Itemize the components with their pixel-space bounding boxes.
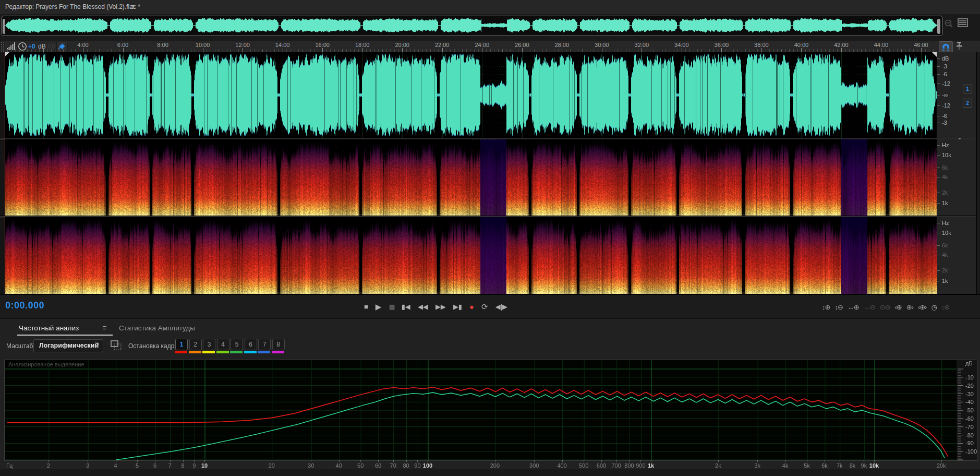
overview-waveform-canvas[interactable] — [5, 17, 937, 33]
svg-text:-50: -50 — [965, 407, 974, 413]
hz-scale-label: 2k — [942, 267, 948, 273]
frame-hold-button-8[interactable]: 8 — [272, 339, 285, 350]
hz-scale-label: 6k — [942, 242, 948, 248]
scale-label: Масштаб: — [6, 342, 35, 350]
freq-axis-label: 7k — [832, 462, 847, 469]
loop-playback-button[interactable]: ⟳ — [481, 301, 488, 313]
frame-hold-button-1[interactable]: 1 — [175, 339, 188, 350]
zoom-vertical-alt-button[interactable]: ↕⊕ — [941, 303, 949, 311]
hz-scale-tick — [937, 203, 940, 204]
zoom-in-vertical-button[interactable]: ↕⊕ — [822, 303, 830, 311]
frame-hold-button-2[interactable]: 2 — [189, 339, 202, 350]
frequency-scale-ch2: Hz10k6k4k2k1k — [937, 217, 977, 294]
frame-hold-button-3[interactable]: 3 — [203, 339, 215, 350]
skip-forward-button[interactable]: ▶▮ — [453, 301, 462, 313]
freq-axis-tick — [874, 460, 875, 462]
zoom-out-full-icon[interactable] — [943, 18, 954, 30]
zoom-reset-button[interactable]: ⊙⊖ — [880, 303, 890, 311]
ruler-label: 8:00 — [153, 42, 172, 48]
zoom-out-horizontal-button[interactable]: ↔⊖ — [864, 303, 875, 311]
pause-button[interactable]: ▮▮ — [389, 301, 394, 313]
panel-menu-icon[interactable]: ≡ — [130, 2, 135, 11]
frame-hold-button-7[interactable]: 7 — [258, 339, 271, 350]
freq-axis-tick — [825, 460, 825, 462]
ruler-tick — [522, 48, 523, 52]
db-scale-tick — [937, 58, 940, 59]
stop-button[interactable]: ■ — [364, 301, 368, 313]
freq-axis-tick — [853, 460, 853, 462]
frame-hold-button-6[interactable]: 6 — [245, 339, 257, 350]
ruler-tick — [123, 48, 124, 52]
zoom-duration-button[interactable]: ◷ — [931, 303, 936, 311]
titlebar: Редактор: Prayers For The Blessed (Vol.2… — [0, 0, 980, 15]
freq-axis-tick — [360, 460, 361, 462]
zoom-in-point-button[interactable]: ‹⊕ — [894, 303, 901, 311]
channel-button-2[interactable]: 2 — [963, 99, 972, 108]
ruler-tick — [322, 48, 323, 52]
freq-axis-tick — [941, 460, 942, 462]
fast-forward-button[interactable]: ▶▶ — [435, 301, 446, 313]
freq-axis-label: 400 — [555, 462, 570, 469]
freq-axis-tick — [49, 460, 49, 462]
magnetism-button[interactable] — [939, 41, 953, 52]
waveform-canvas[interactable] — [5, 52, 937, 138]
bottom-filler — [0, 469, 980, 476]
svg-text:-90: -90 — [965, 440, 974, 446]
db-scale-label: -3 — [942, 120, 947, 126]
frequency-plot[interactable]: дБ-10-20-30-40-50-60-70-80-90-100 — [4, 360, 977, 461]
channel-button-1[interactable]: 1 — [963, 85, 972, 93]
selection-grip-left[interactable] — [5, 52, 9, 57]
freq-axis-unit: Гц — [6, 462, 13, 469]
freq-axis-label: 2k — [711, 462, 725, 469]
active-tab-underline — [17, 335, 113, 336]
freq-axis-label: 3k — [750, 462, 765, 469]
frame-hold-color-4 — [216, 351, 229, 353]
playhead[interactable] — [5, 52, 5, 294]
overview-menu-icon[interactable] — [958, 18, 969, 29]
frequency-scale-ch1: Hz10k6k4k2k1k — [937, 139, 977, 216]
selection-grip-right[interactable] — [932, 52, 937, 57]
zoom-out-point-button[interactable]: ⊕› — [906, 303, 913, 311]
scale-dropdown[interactable]: Логарифмический ▾ — [33, 339, 103, 352]
frame-hold-button-4[interactable]: 4 — [217, 339, 229, 350]
copy-graph-icon[interactable] — [110, 340, 123, 351]
rewind-button[interactable]: ◀◀ — [418, 301, 428, 313]
marker-pin-button[interactable] — [954, 41, 965, 51]
ruler-label: 38:00 — [752, 42, 771, 48]
zoom-out-vertical-button[interactable]: ↕⊖ — [834, 303, 842, 311]
skip-selection-button[interactable]: ◀|▶ — [495, 301, 507, 313]
frame-hold-button-5[interactable]: 5 — [231, 339, 243, 350]
db-scale-tick — [937, 123, 940, 123]
editor-left-grip[interactable] — [0, 52, 5, 294]
ruler-tick — [921, 48, 922, 52]
hz-scale-tick — [937, 270, 940, 271]
tab-amplitude-statistics[interactable]: Статистика Амплитуды — [119, 324, 195, 332]
freq-axis-tick — [785, 460, 786, 462]
overview-row — [0, 14, 980, 41]
spectrogram-canvas-ch1[interactable] — [5, 139, 937, 216]
ruler-label: 36:00 — [712, 42, 731, 48]
tab-frequency-analysis[interactable]: Частотный анализ — [19, 324, 79, 332]
spectrogram-canvas-ch2[interactable] — [5, 217, 937, 294]
zoom-in-horizontal-button[interactable]: ↔⊕ — [848, 303, 859, 311]
ruler-tick — [801, 48, 802, 52]
overview-right-handle[interactable] — [937, 19, 940, 34]
skip-back-button[interactable]: ▮◀ — [402, 301, 410, 313]
frame-hold-label: Остановка кадра: — [128, 342, 179, 350]
freq-axis-tick — [155, 460, 155, 462]
editor-area: dB-3-6-12-∞-12-6-312 ▾ Hz10k6k4k2k1k Hz1… — [0, 52, 980, 294]
freq-axis-label: 5 — [130, 462, 144, 469]
timeline-ruler[interactable]: 4:006:008:0010:0012:0014:0016:0018:0020:… — [0, 41, 939, 52]
amplitude-scale: dB-3-6-12-∞-12-6-312 — [937, 52, 977, 138]
zoom-selection-button[interactable]: ‹⊕› — [918, 303, 927, 311]
transport-buttons: ■▶▮▮▮◀◀◀▶▶▶▮●⟳◀|▶ — [364, 301, 507, 313]
freq-axis-label: 2 — [41, 462, 56, 469]
freq-axis-tick — [378, 460, 379, 462]
time-display[interactable]: 0:00.000 — [5, 300, 44, 311]
freq-axis-tick — [183, 460, 184, 462]
play-button[interactable]: ▶ — [376, 301, 382, 313]
toolbar-ruler-row: +0 dB 00 4:006:008:0010:0012:0014:0016:0… — [0, 41, 980, 53]
vertical-scrollbar[interactable] — [976, 52, 980, 294]
tab-menu-icon[interactable]: ≡ — [102, 324, 106, 332]
record-button[interactable]: ● — [469, 301, 474, 313]
